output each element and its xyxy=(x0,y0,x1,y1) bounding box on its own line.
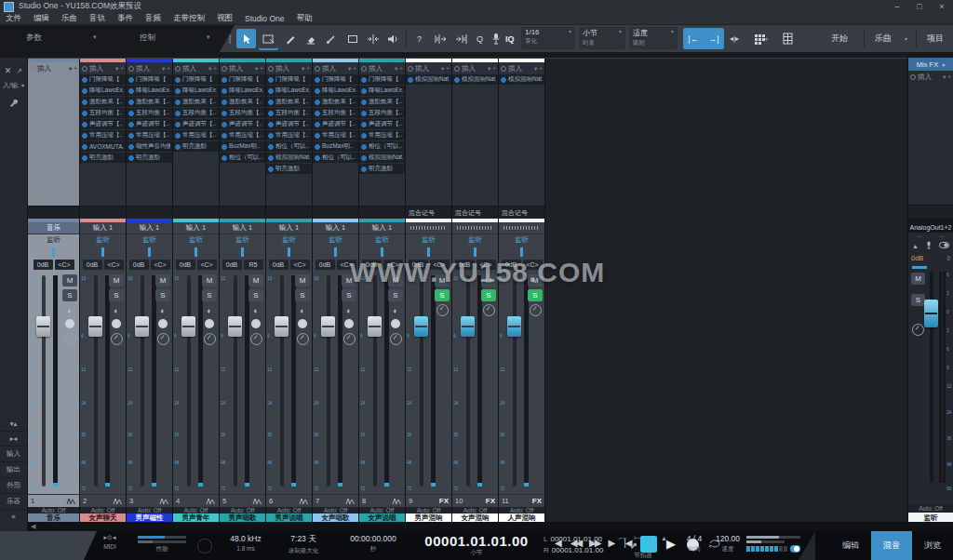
menu-item[interactable]: 音轨 xyxy=(89,13,105,24)
detach-mixer-icon[interactable]: ↗ xyxy=(14,67,25,75)
monitor-button[interactable]: 监听 xyxy=(266,234,312,246)
insert-power-icon[interactable] xyxy=(82,144,87,150)
insert-slot[interactable]: 相位（可以.. xyxy=(359,141,405,152)
insert-slot[interactable]: AVOXMUTA.. xyxy=(80,141,126,152)
listen-tool-button[interactable] xyxy=(383,29,403,48)
monitor-button[interactable]: 监听 xyxy=(406,234,451,246)
punch-range-icon[interactable]: ⊣⊢ xyxy=(645,543,656,551)
menu-item[interactable]: 编辑 xyxy=(34,13,49,24)
insert-power-icon[interactable] xyxy=(128,88,134,94)
insert-slot[interactable]: 门限降噪【 xyxy=(313,74,358,85)
insert-power-icon[interactable] xyxy=(128,122,134,127)
solo-button[interactable]: S xyxy=(155,289,170,301)
solo-button[interactable]: S xyxy=(342,289,356,301)
insert-slot[interactable]: 激励效果【.. xyxy=(313,97,358,107)
insert-slot[interactable]: 激励效果【.. xyxy=(173,97,219,107)
insert-slot[interactable]: 五段均衡【.. xyxy=(266,108,312,118)
monitor-button[interactable]: 监听 xyxy=(499,234,544,246)
automation-mode[interactable]: Auto: Off xyxy=(313,507,358,513)
gain-value[interactable]: 0dB xyxy=(362,260,382,270)
monitor-speaker-icon[interactable]: ◐ xyxy=(109,304,124,316)
insert-power-icon[interactable] xyxy=(82,155,87,161)
input-label[interactable] xyxy=(499,222,544,234)
add-insert-button[interactable]: + xyxy=(120,65,124,73)
fader-handle[interactable] xyxy=(228,316,242,337)
insert-power-icon[interactable] xyxy=(221,122,227,127)
input-gain-dial[interactable] xyxy=(436,304,449,316)
input-label[interactable] xyxy=(452,222,498,234)
input-gain-dial[interactable] xyxy=(483,304,495,316)
insert-slot[interactable]: 声迹调节【.. xyxy=(359,119,405,129)
pan-control[interactable] xyxy=(452,246,498,258)
automation-mode[interactable]: Auto: Off xyxy=(220,507,265,513)
insert-power-icon[interactable] xyxy=(361,167,367,172)
insert-slot[interactable]: 声迹调节【.. xyxy=(173,119,219,129)
insert-power-icon[interactable] xyxy=(268,88,274,94)
record-arm-button[interactable] xyxy=(344,319,354,328)
monitor-button[interactable]: 监听 xyxy=(452,234,498,246)
add-insert-button[interactable]: + xyxy=(446,65,450,73)
insert-slot[interactable]: 五段均衡【.. xyxy=(127,108,172,118)
pan-control[interactable] xyxy=(313,246,358,258)
menu-item[interactable]: 事件 xyxy=(117,13,133,24)
input-gain-dial[interactable] xyxy=(343,333,356,345)
insert-slot[interactable]: 常用压缩【.. xyxy=(127,130,172,140)
pan-value[interactable]: <C> xyxy=(476,260,496,270)
rail-item-outputs[interactable]: 输出 xyxy=(0,461,27,477)
insert-slot[interactable]: 声迹调节【.. xyxy=(127,119,172,129)
pan-position-mark[interactable] xyxy=(912,266,927,269)
insert-power-icon[interactable] xyxy=(315,122,320,127)
insert-slot[interactable]: 门限降噪【 xyxy=(173,74,219,85)
gain-value[interactable]: 0dB xyxy=(129,260,149,270)
monitor-speaker-icon[interactable]: ◐ xyxy=(62,304,77,316)
input-gain-dial[interactable] xyxy=(204,333,216,345)
record-arm-button[interactable] xyxy=(251,319,261,328)
insert-power-icon[interactable] xyxy=(361,144,367,150)
params-caret-icon[interactable]: ▾ xyxy=(93,33,97,41)
insert-slot[interactable]: 降噪LawoEx.. xyxy=(313,86,358,96)
add-insert-button[interactable]: + xyxy=(306,65,310,73)
gain-value[interactable]: 0dB xyxy=(409,260,428,270)
channel-name[interactable]: 男声混响 xyxy=(406,513,451,522)
insert-power-icon[interactable] xyxy=(361,77,367,83)
monitor-speaker-icon[interactable]: ◐ xyxy=(155,304,170,316)
split-tool-button[interactable] xyxy=(363,29,383,48)
insert-slot[interactable]: 五段均衡【.. xyxy=(80,108,126,118)
inserts-menu-caret[interactable]: ▾ xyxy=(395,65,397,73)
insert-slot[interactable]: 激励效果【.. xyxy=(80,97,126,107)
insert-power-icon[interactable] xyxy=(82,133,87,139)
insert-power-icon[interactable] xyxy=(268,155,274,161)
insert-slot[interactable]: 明亮激励 xyxy=(359,164,405,174)
audio-input-monitor-button[interactable] xyxy=(430,29,450,48)
pan-value[interactable]: <C> xyxy=(151,260,170,270)
insert-power-icon[interactable] xyxy=(268,77,274,83)
fader-track[interactable] xyxy=(187,275,191,487)
menu-item[interactable]: 视图 xyxy=(217,13,233,24)
monitor-button[interactable]: 监听 xyxy=(313,234,358,246)
insert-power-icon[interactable] xyxy=(128,100,134,105)
autoscroll-button-group[interactable]: |←→| xyxy=(683,28,724,49)
talkback-mic-icon[interactable] xyxy=(926,241,932,251)
insert-slot[interactable]: 激励效果【.. xyxy=(220,97,265,107)
insert-slot[interactable]: 门限降噪【 xyxy=(127,74,172,85)
pan-control[interactable] xyxy=(28,246,79,258)
main-output-name[interactable]: AnalogOut1+2 xyxy=(908,221,953,233)
wrench-icon[interactable] xyxy=(0,95,27,112)
mute-button[interactable]: M xyxy=(295,274,310,287)
insert-power-icon[interactable] xyxy=(268,133,274,139)
insert-slot[interactable]: 相位（可以.. xyxy=(266,141,312,152)
input-label[interactable]: 输入 1 xyxy=(173,222,219,234)
insert-slot[interactable]: 模拟混响Nat.. xyxy=(406,74,451,85)
channel-name[interactable]: 女声混响 xyxy=(452,513,498,522)
gain-value[interactable]: 0dB xyxy=(34,260,53,270)
pan-value[interactable]: <C> xyxy=(523,260,543,270)
main-solo-button[interactable]: S xyxy=(911,294,925,306)
insert-slot[interactable]: 降噪LawoEx.. xyxy=(220,86,265,96)
range-tool-button[interactable] xyxy=(259,29,278,48)
menu-item[interactable]: 帮助 xyxy=(297,13,313,24)
insert-slot[interactable]: 降噪LawoEx.. xyxy=(173,86,219,96)
main-mute-button[interactable]: M xyxy=(911,273,925,285)
inserts-menu-caret[interactable]: ▾ xyxy=(69,65,72,73)
monitor-speaker-icon[interactable]: ◐ xyxy=(342,304,356,316)
automation-mode[interactable]: Auto: Off xyxy=(359,507,405,513)
